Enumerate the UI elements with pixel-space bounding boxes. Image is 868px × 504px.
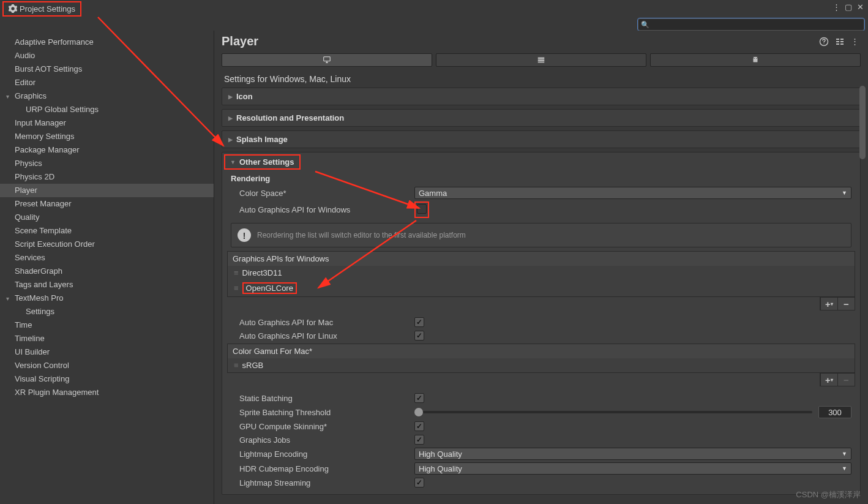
sidebar-item[interactable]: UI Builder — [0, 345, 214, 359]
row-gpu-skinning: GPU Compute Skinning* ✓ — [222, 419, 860, 433]
sidebar: Adaptive Performance Audio Burst AOT Set… — [0, 31, 214, 504]
chevron-down-icon: ▼ — [842, 451, 847, 457]
drag-handle-icon[interactable]: ≡ — [234, 268, 238, 277]
lightmap-stream-checkbox[interactable]: ✓ — [414, 478, 424, 487]
row-sprite-threshold: Sprite Batching Threshold 300 — [222, 405, 860, 419]
sidebar-item-graphics[interactable]: Graphics — [0, 89, 214, 103]
window-tab[interactable]: Project Settings — [2, 1, 81, 17]
sidebar-item[interactable]: Timeline — [0, 332, 214, 345]
add-button[interactable]: +▾ — [820, 298, 837, 310]
chevron-right-icon: ▶ — [228, 137, 233, 143]
svg-rect-10 — [538, 59, 545, 61]
row-lightmap-stream: Lightmap Streaming ✓ — [222, 476, 860, 489]
sprite-threshold-value[interactable]: 300 — [818, 406, 851, 418]
sidebar-item[interactable]: Preset Manager — [0, 197, 214, 211]
sidebar-item[interactable]: XR Plugin Management — [0, 386, 214, 399]
sidebar-item[interactable]: Editor — [0, 76, 214, 89]
foldout-icon[interactable]: ▶Icon — [222, 88, 861, 105]
svg-rect-2 — [836, 39, 839, 40]
row-graphics-jobs: Graphics Jobs ✓ — [222, 433, 860, 446]
search-input[interactable]: 🔍 — [638, 18, 864, 31]
sidebar-item[interactable]: Input Manager — [0, 116, 214, 130]
tab-android[interactable] — [650, 53, 861, 67]
sidebar-item[interactable]: Version Control — [0, 359, 214, 372]
sidebar-item[interactable]: Time — [0, 318, 214, 332]
sidebar-item[interactable]: Package Manager — [0, 143, 214, 157]
svg-rect-4 — [836, 41, 839, 42]
label: Lightmap Streaming — [231, 478, 414, 488]
label: Color Space* — [231, 188, 414, 198]
row-lightmap-enc: Lightmap Encoding High Quality ▼ — [222, 446, 860, 461]
remove-button[interactable]: − — [837, 298, 855, 310]
chevron-down-icon: ▼ — [842, 465, 847, 472]
sidebar-item[interactable]: Physics — [0, 157, 214, 170]
kebab-icon[interactable]: ⋮ — [851, 37, 861, 47]
label: Auto Graphics API for Mac — [231, 317, 414, 328]
list-item[interactable]: ≡ sRGB — [228, 358, 855, 372]
label: HDR Cubemap Encoding — [231, 464, 414, 474]
info-icon: ! — [238, 228, 251, 242]
maximize-icon[interactable]: ▢ — [845, 2, 853, 11]
svg-rect-5 — [840, 41, 844, 42]
auto-api-mac-checkbox[interactable]: ✓ — [414, 317, 424, 327]
sidebar-item[interactable]: Audio — [0, 49, 214, 62]
gpu-skinning-checkbox[interactable]: ✓ — [414, 421, 424, 431]
auto-api-linux-checkbox[interactable]: ✓ — [414, 331, 424, 340]
tab-standalone[interactable] — [222, 53, 432, 67]
graphics-jobs-checkbox[interactable]: ✓ — [414, 435, 424, 445]
svg-rect-9 — [538, 58, 545, 59]
sidebar-item-player[interactable]: Player — [0, 184, 214, 197]
tab-server[interactable] — [436, 53, 646, 67]
auto-api-win-checkbox[interactable] — [417, 204, 427, 214]
sidebar-item[interactable]: Adaptive Performance — [0, 36, 214, 49]
sidebar-item[interactable]: Scene Template — [0, 224, 214, 238]
kebab-icon[interactable]: ⋮ — [832, 2, 841, 11]
list-footer: +▾ − — [820, 373, 855, 386]
sidebar-item[interactable]: Visual Scripting — [0, 372, 214, 386]
sidebar-item[interactable]: URP Global Settings — [0, 103, 214, 116]
sidebar-item[interactable]: Script Execution Order — [0, 238, 214, 251]
color-space-dropdown[interactable]: Gamma ▼ — [414, 187, 851, 199]
main: Adaptive Performance Audio Burst AOT Set… — [0, 31, 868, 504]
close-icon[interactable]: ✕ — [857, 2, 866, 11]
foldout-other-header[interactable]: ▼ Other Settings — [224, 154, 301, 170]
foldout-splash[interactable]: ▶Splash Image — [222, 130, 861, 148]
sprite-threshold-slider[interactable] — [414, 411, 812, 413]
list-item[interactable]: ≡ OpenGLCore — [228, 280, 855, 296]
list-item[interactable]: ≡ Direct3D11 — [228, 266, 855, 280]
svg-point-1 — [823, 43, 824, 43]
sidebar-item[interactable]: Tags and Layers — [0, 278, 214, 291]
add-button[interactable]: +▾ — [820, 374, 837, 386]
help-icon[interactable] — [819, 37, 829, 47]
content: Player ⋮ Settings for Windows, Mac, Linu… — [214, 31, 868, 504]
row-static-batching: Static Batching ✓ — [222, 391, 860, 405]
static-batching-checkbox[interactable]: ✓ — [414, 393, 424, 403]
sidebar-item[interactable]: ShaderGraph — [0, 265, 214, 278]
sidebar-item[interactable]: Settings — [0, 305, 214, 318]
sidebar-item[interactable]: Services — [0, 251, 214, 265]
lightmap-enc-dropdown[interactable]: High Quality ▼ — [414, 448, 851, 460]
content-scroll[interactable]: Settings for Windows, Mac, Linux ▶Icon ▶… — [214, 67, 868, 504]
drag-handle-icon[interactable]: ≡ — [234, 284, 238, 293]
sidebar-item[interactable]: Physics 2D — [0, 170, 214, 184]
vertical-scrollbar[interactable] — [859, 86, 867, 504]
sidebar-item[interactable]: Burst AOT Settings — [0, 62, 214, 76]
label: Auto Graphics API for Windows — [231, 205, 414, 215]
svg-rect-3 — [840, 39, 844, 40]
list-header: Graphics APIs for Windows — [228, 252, 855, 266]
sidebar-item[interactable]: Memory Settings — [0, 130, 214, 143]
row-auto-api-mac: Auto Graphics API for Mac ✓ — [222, 315, 860, 329]
preset-icon[interactable] — [835, 37, 845, 47]
scrollbar-thumb[interactable] — [859, 86, 866, 159]
svg-rect-7 — [840, 43, 844, 45]
drag-handle-icon[interactable]: ≡ — [234, 361, 238, 370]
sidebar-item-tmp[interactable]: TextMesh Pro — [0, 291, 214, 305]
hdr-enc-dropdown[interactable]: High Quality ▼ — [414, 462, 851, 475]
svg-rect-11 — [538, 62, 545, 63]
remove-button[interactable]: − — [837, 374, 855, 386]
label: Lightmap Encoding — [231, 449, 414, 459]
foldout-resolution[interactable]: ▶Resolution and Presentation — [222, 109, 861, 127]
color-gamut-list: Color Gamut For Mac* ≡ sRGB — [227, 344, 855, 373]
sidebar-item[interactable]: Quality — [0, 211, 214, 224]
chevron-right-icon: ▶ — [228, 115, 233, 121]
